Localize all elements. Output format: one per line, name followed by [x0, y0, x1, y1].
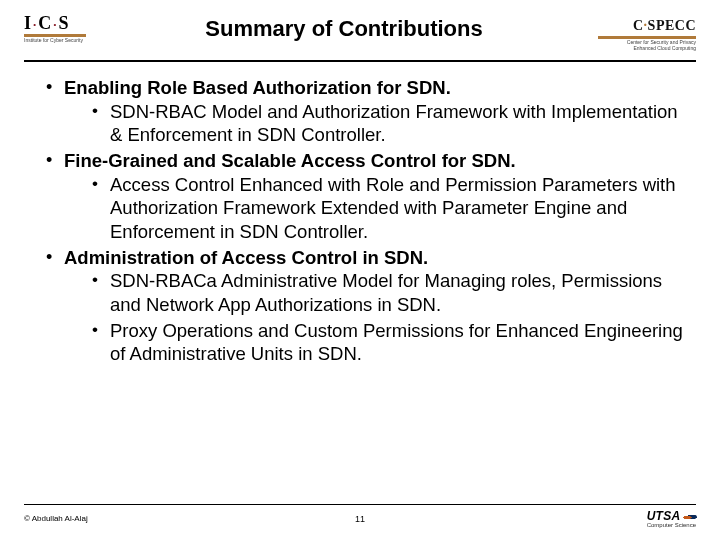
- cspecc-logo: C·SPECC Center for Security and Privacy …: [586, 14, 696, 51]
- page-title: Summary of Contributions: [102, 14, 586, 42]
- body: Enabling Role Based Authorization for SD…: [24, 72, 696, 366]
- sub-list: SDN-RBAC Model and Authorization Framewo…: [64, 100, 688, 147]
- list-item: SDN-RBACa Administrative Model for Manag…: [90, 269, 688, 316]
- utsa-mark: UTSA: [647, 509, 681, 523]
- cspecc-sub2: Enhanced Cloud Computing: [586, 46, 696, 52]
- ics-letter-c: C: [38, 13, 53, 33]
- dept-label: Computer Science: [647, 522, 696, 528]
- bullet-head: Fine-Grained and Scalable Access Control…: [64, 150, 516, 171]
- cspecc-mark: C·SPECC: [633, 18, 696, 34]
- cspecc-specc: SPECC: [648, 18, 696, 33]
- footer: © Abdullah Al-Alaj 11 UTSA Computer Scie…: [0, 504, 720, 528]
- ics-logo: I·C·S Institute for Cyber Security: [24, 14, 102, 43]
- cspecc-c: C: [633, 18, 644, 33]
- list-item: Access Control Enhanced with Role and Pe…: [90, 173, 688, 244]
- list-item: Administration of Access Control in SDN.…: [42, 246, 688, 366]
- header-rule: [24, 60, 696, 62]
- page-number: 11: [355, 514, 365, 524]
- ics-subtitle: Institute for Cyber Security: [24, 38, 83, 43]
- bullet-head: Enabling Role Based Authorization for SD…: [64, 77, 451, 98]
- footer-rule: [24, 504, 696, 505]
- ics-letter-s: S: [59, 13, 71, 33]
- sub-list: Access Control Enhanced with Role and Pe…: [64, 173, 688, 244]
- ics-mark: I·C·S: [24, 14, 71, 32]
- list-item: Enabling Role Based Authorization for SD…: [42, 76, 688, 147]
- list-item: Fine-Grained and Scalable Access Control…: [42, 149, 688, 244]
- contributions-list: Enabling Role Based Authorization for SD…: [42, 76, 688, 366]
- sub-list: SDN-RBACa Administrative Model for Manag…: [64, 269, 688, 366]
- ics-letter-i: I: [24, 13, 33, 33]
- footer-author: © Abdullah Al-Alaj: [24, 514, 88, 523]
- list-item: SDN-RBAC Model and Authorization Framewo…: [90, 100, 688, 147]
- bullet-head: Administration of Access Control in SDN.: [64, 247, 428, 268]
- list-item: Proxy Operations and Custom Permissions …: [90, 319, 688, 366]
- header: I·C·S Institute for Cyber Security Summa…: [24, 14, 696, 60]
- footer-right: UTSA Computer Science: [647, 509, 696, 528]
